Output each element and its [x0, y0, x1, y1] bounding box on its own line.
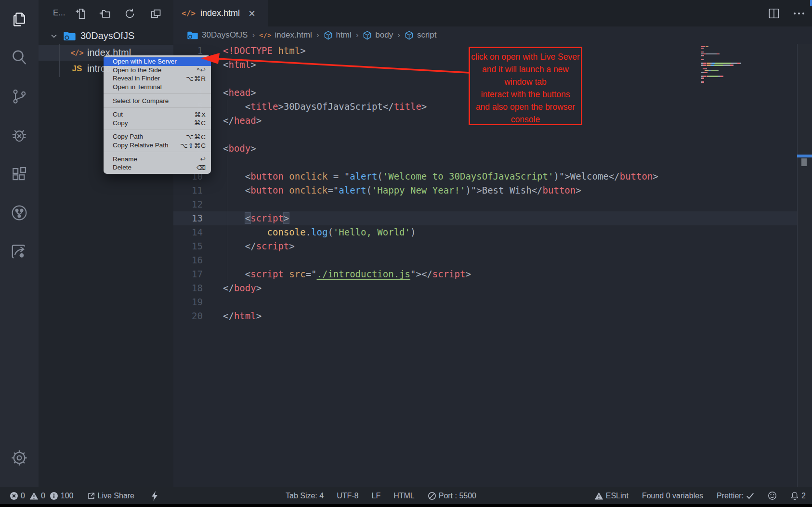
folder-icon: [63, 31, 76, 41]
breadcrumb-file[interactable]: </> index.html: [259, 30, 312, 40]
activity-source-control[interactable]: [8, 85, 30, 107]
code-line[interactable]: 10 <button onclick = "alert('Welcome to …: [173, 169, 797, 183]
variables-status[interactable]: Found 0 variables: [642, 492, 703, 500]
code-line[interactable]: 13 <script>: [173, 211, 797, 225]
new-folder-button[interactable]: [97, 6, 112, 21]
activity-settings[interactable]: [8, 447, 30, 469]
breadcrumb-html[interactable]: html: [324, 30, 352, 40]
problems-errors[interactable]: 0: [10, 492, 25, 500]
menu-item-open-in-terminal[interactable]: Open in Terminal: [104, 83, 211, 91]
menu-separator: [104, 152, 211, 152]
line-number: 18: [173, 281, 223, 295]
menu-item-open-to-the-side[interactable]: Open to the Side^↩: [104, 66, 211, 75]
notifications-button[interactable]: 2: [790, 491, 806, 500]
problems-warnings[interactable]: 0: [29, 492, 45, 500]
live-share-button[interactable]: Live Share: [87, 492, 135, 500]
code-line[interactable]: 18</body>: [173, 281, 797, 295]
tree-root-30daysofjs[interactable]: 30DaysOfJS: [39, 28, 173, 44]
activity-live-share[interactable]: [8, 240, 30, 262]
circle-branch-icon: [10, 203, 29, 222]
code-line[interactable]: 9: [173, 156, 797, 169]
eslint-status[interactable]: ESLint: [594, 492, 629, 500]
tab-size-indicator[interactable]: Tab Size: 4: [286, 492, 324, 500]
code-line[interactable]: 12: [173, 197, 797, 211]
breadcrumb-script[interactable]: script: [405, 30, 437, 40]
code-line[interactable]: 7: [173, 128, 797, 142]
activity-bar: [0, 0, 39, 487]
more-actions-button[interactable]: [793, 12, 805, 15]
scrollbar-thumb[interactable]: [801, 158, 807, 166]
minimap-row: [701, 61, 745, 62]
split-editor-button[interactable]: [768, 8, 780, 19]
breadcrumb-body[interactable]: body: [363, 30, 393, 40]
menu-item-cut[interactable]: Cut⌘X: [104, 110, 211, 119]
code-line[interactable]: 20</html>: [173, 309, 797, 323]
minimap-row: [701, 79, 745, 81]
source-control-icon: [10, 87, 28, 105]
html-file-icon: </>: [182, 9, 196, 18]
menu-item-label: Copy Relative Path: [113, 142, 169, 149]
code-text: <title>30DaysOfJavaScript</title>: [223, 100, 427, 114]
minimap-row: [701, 72, 745, 73]
files-icon: [10, 10, 29, 29]
menu-item-label: Open in Terminal: [113, 83, 162, 91]
menu-item-shortcut: ⌘C: [194, 119, 206, 127]
breadcrumb-separator: ›: [316, 30, 319, 40]
minimap-row: [701, 76, 745, 77]
minimap-row: [701, 48, 745, 49]
menu-item-rename[interactable]: Rename↩: [104, 155, 211, 163]
refresh-button[interactable]: [122, 6, 137, 21]
menu-item-copy[interactable]: Copy⌘C: [104, 119, 211, 128]
feedback-button[interactable]: [768, 491, 777, 500]
js-file-icon: JS: [68, 64, 86, 74]
activity-run-debug[interactable]: [8, 124, 30, 146]
collapse-all-icon: [149, 7, 162, 20]
code-text: <head>: [223, 86, 256, 100]
annotation-box: click on open with Live Severand it will…: [469, 47, 582, 125]
explorer-header: E...: [39, 0, 173, 27]
code-line[interactable]: 11 <button onclick="alert('Happy New Yea…: [173, 183, 797, 197]
line-number: 12: [173, 197, 223, 211]
lightning-button[interactable]: [151, 491, 158, 501]
activity-explorer[interactable]: [8, 8, 30, 30]
tab-index-html[interactable]: </> index.html ×: [173, 0, 268, 26]
share-icon: [87, 492, 95, 500]
code-line[interactable]: 17 <script src="./introduction.js"></scr…: [173, 267, 797, 281]
menu-item-label: Reveal in Finder: [113, 75, 160, 82]
menu-item-copy-relative-path[interactable]: Copy Relative Path⌥⇧⌘C: [104, 141, 211, 150]
breadcrumb-folder[interactable]: 30DaysOfJS: [187, 30, 248, 40]
menu-item-copy-path[interactable]: Copy Path⌥⌘C: [104, 132, 211, 141]
close-icon[interactable]: ×: [249, 8, 255, 19]
warning-icon: [29, 492, 39, 500]
encoding-indicator[interactable]: UTF-8: [337, 492, 358, 500]
line-number: 15: [173, 239, 223, 253]
menu-item-select-for-compare[interactable]: Select for Compare: [104, 96, 211, 105]
problems-info[interactable]: 100: [50, 492, 74, 500]
activity-gitlens[interactable]: [8, 202, 30, 224]
code-line[interactable]: 16: [173, 253, 797, 267]
code-line[interactable]: 8<body>: [173, 142, 797, 156]
code-line[interactable]: 15 </script>: [173, 239, 797, 253]
minimap[interactable]: [701, 46, 745, 83]
new-file-button[interactable]: [73, 6, 88, 21]
menu-item-delete[interactable]: Delete⌫: [104, 163, 211, 172]
prettier-status[interactable]: Prettier:: [717, 492, 754, 500]
code-line[interactable]: 14 console.log('Hello, World'): [173, 225, 797, 239]
code-line[interactable]: 19: [173, 295, 797, 309]
annotation-line: console: [470, 113, 581, 126]
indent-guide: [227, 100, 227, 114]
minimap-row: [701, 68, 745, 70]
line-number: 11: [173, 183, 223, 197]
activity-search[interactable]: [8, 46, 30, 68]
activity-extensions[interactable]: [8, 163, 30, 185]
menu-item-label: Copy: [113, 119, 128, 127]
code-text: console.log('Hello, World'): [223, 225, 416, 239]
minimap-row: [701, 57, 745, 58]
live-server-port[interactable]: Port : 5500: [428, 492, 476, 500]
menu-separator: [104, 107, 211, 108]
menu-item-reveal-in-finder[interactable]: Reveal in Finder⌥⌘R: [104, 74, 211, 83]
menu-item-open-with-live-server[interactable]: Open with Live Server: [104, 57, 211, 66]
eol-indicator[interactable]: LF: [371, 492, 380, 500]
collapse-folders-button[interactable]: [148, 6, 163, 21]
language-indicator[interactable]: HTML: [393, 492, 415, 500]
